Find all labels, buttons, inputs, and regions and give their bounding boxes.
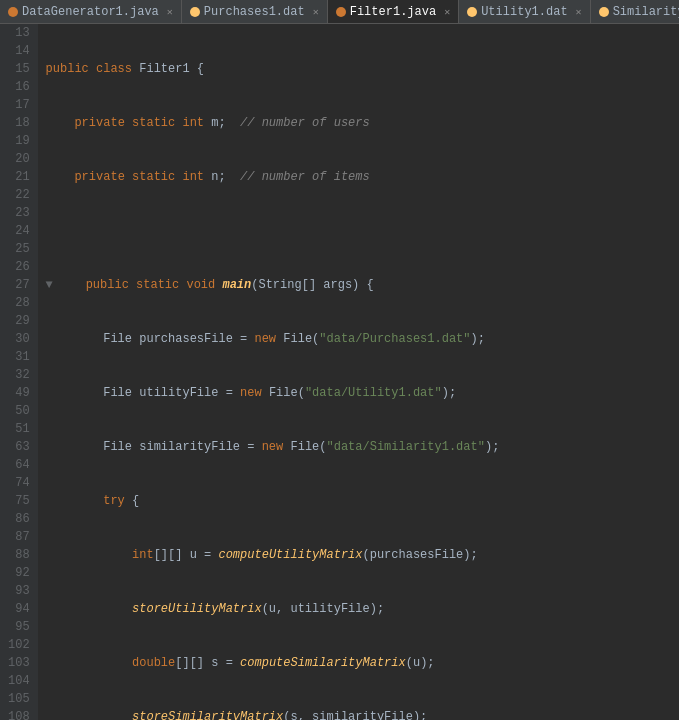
line-15: private static int n; // number of items	[46, 168, 671, 186]
code-area: 13 14 15 16 17 18 19 20 21 22 23 24 25 2…	[0, 24, 679, 720]
line-14: private static int m; // number of users	[46, 114, 671, 132]
line-24: double[][] s = computeSimilarityMatrix(u…	[46, 654, 671, 672]
line-25: storeSimilarityMatrix(s, similarityFile)…	[46, 708, 671, 720]
tab-filter1[interactable]: Filter1.java ✕	[328, 0, 459, 23]
line-13: public class Filter1 {	[46, 60, 671, 78]
line-numbers: 13 14 15 16 17 18 19 20 21 22 23 24 25 2…	[0, 24, 38, 720]
line-17: ▼ public static void main(String[] args)…	[46, 276, 671, 294]
tab-similarity[interactable]: Similarity1.dat ✕	[591, 0, 679, 23]
tab-datagenerator[interactable]: DataGenerator1.java ✕	[0, 0, 182, 23]
tab-bar[interactable]: DataGenerator1.java ✕ Purchases1.dat ✕ F…	[0, 0, 679, 24]
line-16	[46, 222, 671, 240]
tab-utility[interactable]: Utility1.dat ✕	[459, 0, 590, 23]
line-23: storeUtilityMatrix(u, utilityFile);	[46, 600, 671, 618]
line-20: File similarityFile = new File("data/Sim…	[46, 438, 671, 456]
tab-purchases[interactable]: Purchases1.dat ✕	[182, 0, 328, 23]
line-18: File purchasesFile = new File("data/Purc…	[46, 330, 671, 348]
line-22: int[][] u = computeUtilityMatrix(purchas…	[46, 546, 671, 564]
code-content: public class Filter1 { private static in…	[38, 24, 679, 720]
line-19: File utilityFile = new File("data/Utilit…	[46, 384, 671, 402]
line-21: try {	[46, 492, 671, 510]
